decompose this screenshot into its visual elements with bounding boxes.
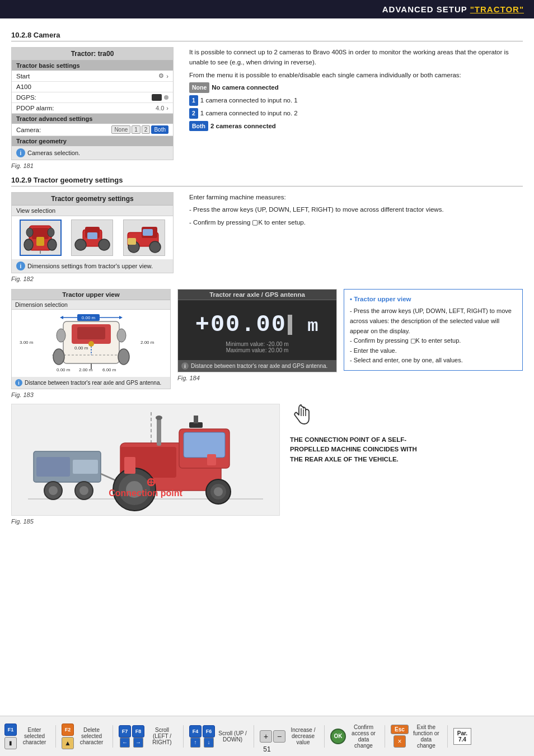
- f1-label: Enter selected character: [19, 727, 50, 745]
- tractor-panel: Tractor: tra00 Tractor basic settings St…: [11, 47, 174, 160]
- key-f4f6: F4 ↑ F6 ↓ Scroll (UP / DOWN): [189, 725, 248, 748]
- upper-view-title: Tractor upper view: [350, 294, 517, 304]
- connection-point-image: Connection point: [11, 404, 280, 516]
- ok-label: Confirm access or data change: [348, 724, 379, 749]
- dim-box-183-title: Tractor upper view: [12, 290, 170, 300]
- gps-min: Minimum value: -20.00 m: [178, 341, 336, 347]
- fig-183: Fig. 183: [11, 391, 171, 398]
- panel-row-a100[interactable]: A100: [12, 82, 173, 92]
- connection-point-label: Connection point: [109, 488, 182, 498]
- cam-none[interactable]: None: [111, 125, 130, 134]
- key-f2: F2 ▲ Delete selected character: [62, 724, 107, 749]
- svg-point-4: [24, 239, 33, 250]
- f7-key[interactable]: F7: [119, 725, 131, 738]
- f1-key[interactable]: F1: [4, 724, 17, 736]
- gps-info-icon: i: [181, 362, 189, 370]
- f6-arrow: ↓: [204, 738, 214, 748]
- ok-button[interactable]: OK: [330, 729, 346, 744]
- advanced-settings-header: Tractor advanced settings: [12, 114, 173, 124]
- geom-info-row: i Dimensions settings from tractor's upp…: [12, 259, 173, 273]
- f4-key[interactable]: F4: [189, 725, 202, 738]
- cameras-selection-label: Cameras selection.: [27, 150, 80, 156]
- decrease-symbol: −: [273, 730, 285, 743]
- tractor-top-svg: [21, 221, 60, 255]
- geom-panel: Tractor geometry settings View selection: [11, 192, 174, 273]
- par-label: Par.: [457, 730, 467, 736]
- svg-rect-6: [36, 237, 44, 246]
- gps-cursor: [288, 315, 292, 335]
- start-icon: ⚙: [158, 72, 164, 80]
- tractor-side-svg: [125, 221, 164, 255]
- svg-rect-70: [124, 457, 135, 474]
- arrow-icon: ›: [166, 73, 168, 80]
- page-number: 51: [263, 745, 270, 753]
- camera-opt-both: Both2 cameras connected: [189, 121, 523, 132]
- f6-key[interactable]: F6: [203, 725, 215, 738]
- gps-display-title: Tractor rear axle / GPS antenna: [178, 290, 336, 300]
- fig-185: Fig. 185: [11, 518, 280, 525]
- geometry-top: Tractor geometry settings View selection: [11, 192, 523, 282]
- div7: [447, 725, 448, 748]
- tractor-view-side[interactable]: [123, 220, 165, 256]
- svg-point-51: [79, 486, 88, 495]
- svg-text:2.00 m: 2.00 m: [140, 340, 154, 345]
- bottom-bar: F1 ▮ Enter selected character F2 ▲ Delet…: [0, 716, 534, 756]
- camera-opt-2: 21 camera connected to input no. 2: [189, 108, 523, 119]
- par-box: Par. 7.4: [453, 728, 471, 745]
- svg-rect-47: [73, 460, 98, 474]
- svg-point-11: [99, 239, 110, 250]
- upper-view-box: Tractor upper view - Press the arrow key…: [344, 289, 523, 371]
- camera-section: Tractor: tra00 Tractor basic settings St…: [11, 47, 523, 169]
- svg-point-36: [117, 329, 126, 342]
- svg-rect-55: [184, 432, 225, 458]
- f8-key[interactable]: F8: [132, 725, 144, 738]
- esc-button[interactable]: Esc: [391, 725, 409, 734]
- panel-title: Tractor: tra00: [12, 48, 173, 60]
- panel-row-start[interactable]: Start ⚙ ›: [12, 71, 173, 82]
- geometry-header: Tractor geometry: [12, 136, 173, 146]
- diagram-row: Tractor upper view Dimension selection: [11, 289, 523, 398]
- svg-rect-18: [143, 229, 153, 236]
- panel-row-pdop[interactable]: PDOP alarm: 4.0 ›: [12, 103, 173, 114]
- connection-section: Connection point Fig. 185 THE CONNECTION…: [11, 404, 523, 525]
- svg-rect-71: [207, 454, 216, 465]
- geom-inst-1: - Press the arrow keys (UP, DOWN, LEFT, …: [189, 204, 523, 214]
- connection-note-text: THE CONNECTION POINT OF A SELF-PROPELLED…: [290, 435, 424, 464]
- key-f1: F1 ▮ Enter selected character: [4, 724, 50, 749]
- panel-row-dgps[interactable]: DGPS:: [12, 92, 173, 103]
- scroll-ud-label: Scroll (UP / DOWN): [217, 730, 248, 743]
- svg-rect-19: [128, 238, 136, 245]
- cam-2[interactable]: 2: [142, 125, 151, 134]
- fig-184: Fig. 184: [177, 375, 337, 381]
- header-highlight: "TRACTOR": [470, 4, 524, 14]
- pdop-arrow: ›: [166, 105, 168, 111]
- key-increase: + − Increase / decrease value: [260, 727, 318, 745]
- camera-left: Tractor: tra00 Tractor basic settings St…: [11, 47, 179, 169]
- fig-182: Fig. 182: [11, 276, 179, 282]
- svg-rect-57: [157, 418, 161, 446]
- fig183-container: Tractor upper view Dimension selection: [11, 289, 171, 398]
- increase-label: Increase / decrease value: [288, 727, 318, 745]
- svg-point-42: [88, 341, 94, 347]
- div4: [254, 725, 254, 748]
- svg-rect-40: [77, 327, 105, 339]
- svg-marker-25: [60, 316, 63, 319]
- dim-box-183: Tractor upper view Dimension selection: [11, 289, 171, 389]
- svg-point-5: [48, 239, 57, 250]
- div6: [385, 725, 385, 748]
- f2-key[interactable]: F2: [62, 724, 74, 736]
- geom-panel-title: Tractor geometry settings: [12, 193, 173, 206]
- div3: [183, 725, 184, 748]
- camera-options[interactable]: None 1 2 Both: [111, 125, 168, 134]
- tractor-view-front[interactable]: [71, 220, 113, 256]
- cam-both[interactable]: Both: [151, 125, 168, 134]
- panel-row-camera[interactable]: Camera: None 1 2 Both: [12, 124, 173, 136]
- geom-inst-2: - Confirm by pressing ▢K to enter setup.: [189, 217, 523, 227]
- svg-point-64: [214, 487, 223, 496]
- cam-1[interactable]: 1: [132, 125, 140, 134]
- tractor-view-top[interactable]: [20, 220, 62, 256]
- f8-arrow: →: [133, 738, 143, 748]
- upper-view-lines: - Press the arrow keys (UP, DOWN, LEFT, …: [350, 306, 517, 366]
- geom-intro: Enter farming machine measures:: [189, 192, 523, 202]
- svg-point-37: [53, 349, 64, 365]
